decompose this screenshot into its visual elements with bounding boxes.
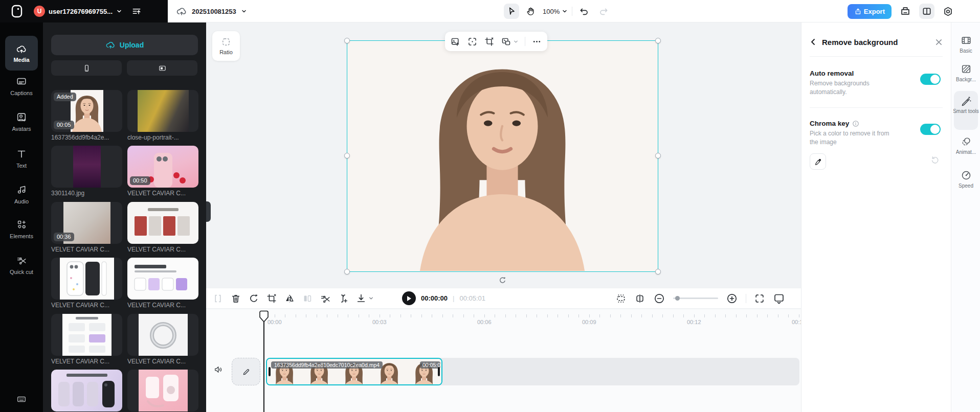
- media-thumb[interactable]: [127, 314, 198, 356]
- redo-button[interactable]: [596, 4, 611, 19]
- download-clip-button[interactable]: [355, 293, 374, 304]
- edit-track-button[interactable]: [232, 358, 260, 385]
- color-picker-button[interactable]: [810, 153, 826, 170]
- panel-layout-button[interactable]: [919, 4, 934, 19]
- zoom-level-value: 100%: [543, 8, 560, 15]
- export-button[interactable]: Export: [848, 4, 892, 19]
- sidebar-item-text[interactable]: Text: [0, 148, 43, 169]
- strip-item-speed[interactable]: Speed: [951, 170, 980, 190]
- settings-button[interactable]: [943, 6, 953, 17]
- divider: [810, 107, 943, 108]
- media-thumb[interactable]: [127, 258, 198, 300]
- sidebar-item-quick-cut[interactable]: Quick cut: [0, 255, 43, 276]
- fit-canvas-button[interactable]: [467, 36, 478, 47]
- upload-label: Upload: [120, 41, 144, 49]
- delete-icon[interactable]: [230, 293, 241, 304]
- trim-handle-left[interactable]: [269, 367, 271, 376]
- play-button[interactable]: [402, 291, 416, 305]
- hand-tool-button[interactable]: [523, 4, 539, 19]
- duplicate-icon[interactable]: [302, 293, 313, 304]
- screen-record-button[interactable]: [127, 60, 197, 76]
- split-icon[interactable]: [212, 293, 224, 304]
- sidebar-item-captions[interactable]: Captions: [0, 76, 43, 97]
- panel-collapse-handle[interactable]: [206, 201, 211, 222]
- sidebar-item-media[interactable]: Media: [5, 36, 38, 71]
- resize-handle-top-right[interactable]: [655, 38, 661, 43]
- upload-button[interactable]: Upload: [51, 35, 198, 55]
- replace-image-button[interactable]: [450, 36, 461, 47]
- strip-item-basic[interactable]: Basic: [951, 35, 980, 55]
- selected-image-element[interactable]: [347, 40, 658, 272]
- timeline-zoom-slider[interactable]: [673, 297, 718, 299]
- strip-item-smart-tools[interactable]: Smart tools: [951, 95, 980, 115]
- preview-display-icon[interactable]: [773, 292, 785, 305]
- resize-handle-right[interactable]: [655, 153, 661, 158]
- reset-chroma-button[interactable]: [930, 155, 940, 165]
- slider-knob[interactable]: [675, 296, 680, 301]
- text-icon: [16, 148, 27, 159]
- media-thumb[interactable]: [127, 202, 198, 244]
- back-icon[interactable]: [810, 38, 817, 45]
- ratio-button[interactable]: Ratio: [212, 31, 240, 61]
- track-mute-button[interactable]: [213, 364, 224, 375]
- media-thumb[interactable]: [51, 370, 122, 411]
- sidebar-item-avatars[interactable]: Avatars: [0, 111, 43, 132]
- media-thumb[interactable]: [127, 90, 198, 132]
- auto-removal-toggle[interactable]: [920, 74, 941, 85]
- strip-item-animation[interactable]: Animat...: [951, 136, 980, 156]
- undo-button[interactable]: [576, 4, 592, 19]
- pencil-icon: [241, 367, 251, 377]
- split-insert-icon[interactable]: [338, 293, 349, 304]
- fullscreen-icon[interactable]: [754, 293, 765, 304]
- pink-accessories-art: [139, 370, 188, 411]
- version-history-button[interactable]: [900, 6, 911, 17]
- strip-item-background[interactable]: Backgr...: [951, 63, 980, 83]
- resize-handle-bottom-right[interactable]: [655, 269, 661, 274]
- media-thumb[interactable]: [51, 314, 122, 356]
- user-account-chip[interactable]: U user172676969755...: [34, 6, 122, 17]
- info-icon[interactable]: [852, 120, 859, 127]
- zoom-level-dropdown[interactable]: 100%: [543, 8, 568, 15]
- overlay-mode-button[interactable]: [501, 36, 519, 47]
- pointer-tool-button[interactable]: [504, 4, 519, 19]
- keyboard-shortcuts-button[interactable]: [0, 394, 43, 405]
- resize-handle-top-left[interactable]: [344, 38, 350, 43]
- resize-handle-bottom-left[interactable]: [344, 269, 350, 274]
- timeline-ruler[interactable]: [264, 314, 801, 317]
- zoom-out-icon[interactable]: [653, 292, 665, 305]
- media-thumb[interactable]: 00:50: [127, 146, 198, 188]
- flip-horizontal-icon[interactable]: [284, 293, 295, 304]
- media-thumb[interactable]: [51, 146, 122, 188]
- sidebar-item-elements[interactable]: Elements: [0, 219, 43, 240]
- preview-split-icon[interactable]: [634, 293, 645, 304]
- app-logo[interactable]: [0, 5, 34, 18]
- resize-handle-left[interactable]: [344, 153, 350, 158]
- timeline-clip[interactable]: 1637356dd9fb4a2e810edc7010c2ea0d.mp4 00:…: [266, 358, 442, 385]
- project-title-group[interactable]: 202510081253: [176, 0, 247, 22]
- ruler-label: 00:06: [477, 319, 492, 325]
- more-options-button[interactable]: [531, 36, 542, 47]
- rotate-handle[interactable]: [498, 276, 507, 285]
- download-icon: [355, 293, 367, 304]
- crop-button[interactable]: [484, 36, 495, 47]
- duration-badge: 00:50: [130, 176, 150, 185]
- media-thumb[interactable]: 00:36: [51, 202, 122, 244]
- snap-icon[interactable]: [615, 293, 627, 304]
- media-thumb[interactable]: Added 00:05: [51, 90, 122, 132]
- chroma-key-toggle[interactable]: [920, 124, 941, 135]
- preview-canvas[interactable]: Ratio: [206, 22, 801, 288]
- crop-icon[interactable]: [266, 293, 277, 304]
- rotate-icon[interactable]: [248, 293, 259, 304]
- playhead-handle[interactable]: [259, 310, 269, 323]
- media-thumb[interactable]: [51, 258, 122, 300]
- sidebar-item-audio[interactable]: Audio: [0, 184, 43, 205]
- trim-handle-right[interactable]: [438, 367, 440, 376]
- playhead[interactable]: [263, 314, 264, 412]
- capcut-logo-icon: [11, 5, 23, 18]
- zoom-in-icon[interactable]: [726, 292, 738, 305]
- project-list-button[interactable]: [131, 6, 142, 16]
- media-thumb[interactable]: [127, 370, 198, 411]
- close-icon[interactable]: [935, 38, 943, 46]
- quick-cut-icon[interactable]: [320, 293, 331, 304]
- import-from-phone-button[interactable]: [51, 60, 122, 76]
